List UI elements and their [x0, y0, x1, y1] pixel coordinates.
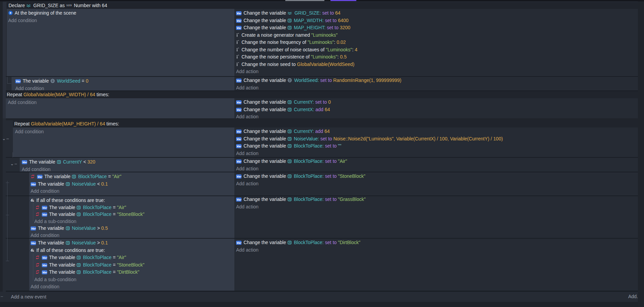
var-icon: Var: [236, 197, 242, 204]
scene-variable-icon: [57, 159, 61, 167]
collapse-chevron-icon[interactable]: ⌄: [2, 136, 6, 141]
text-segment: 0.1: [101, 240, 108, 245]
svg-text:Var: Var: [236, 27, 242, 30]
action-row[interactable]: Var Change the variable CurrentY: add 64: [236, 128, 503, 135]
text-segment: =: [113, 255, 117, 260]
add-condition-button[interactable]: Add condition: [22, 166, 234, 172]
action-row[interactable]: Var Change the variable BlockToPlace: se…: [236, 158, 347, 165]
add-sub-condition-button[interactable]: Add a sub-condition: [34, 276, 234, 284]
scene-variable-icon: [287, 18, 292, 25]
condition-row[interactable]: Var The variable BlockToPlace = "Air": [31, 173, 234, 181]
action-row[interactable]: Var Change the variable MAP_WIDTH: set t…: [236, 17, 357, 24]
add-condition-button[interactable]: Add condition: [31, 232, 234, 238]
condition-row[interactable]: Var The variable BlockToPlace = "StoneBl…: [35, 261, 234, 269]
add-condition-button[interactable]: Add condition: [15, 128, 234, 136]
condition-row[interactable]: At the beginning of the scene: [8, 10, 234, 17]
add-condition-button[interactable]: Add condition: [31, 283, 234, 291]
condition-row[interactable]: Var The variable BlockToPlace = "StoneBl…: [35, 211, 234, 218]
var-icon: Var: [31, 181, 36, 189]
action-row[interactable]: Var Change the variable CurrentX: add 64: [236, 106, 331, 114]
variable-declaration-banner[interactable]: Declare GRID_SIZE as 123 Number with 64: [7, 2, 638, 9]
actions-list[interactable]: Var Change the variable GRID_SIZE: set t…: [234, 9, 357, 75]
text-segment: Add condition: [8, 18, 37, 23]
conditions-panel[interactable]: Add condition: [6, 98, 234, 118]
noise-icon: [236, 32, 239, 40]
action-row[interactable]: Create a noise generator named "Luminook…: [236, 32, 357, 39]
action-row[interactable]: Var Change the variable BlockToPlace: se…: [236, 196, 365, 203]
text-segment: Add condition: [22, 167, 51, 172]
and-conditions-header[interactable]: & If all of these conditions are true:: [31, 247, 234, 254]
action-row[interactable]: Var Change the variable MAP_HEIGHT: set …: [236, 24, 357, 32]
conditions-panel[interactable]: Var The variable CurrentY < 320Add condi…: [20, 158, 234, 172]
action-row[interactable]: Change the noise frequency of "Luminooks…: [236, 39, 357, 46]
text-segment: "Air": [338, 158, 347, 164]
add-action-button[interactable]: Add action: [236, 180, 365, 188]
add-condition-button[interactable]: Add condition: [8, 17, 234, 24]
collapse-chevron-icon[interactable]: ⌄: [10, 161, 14, 166]
conditions-panel[interactable]: Var The variable NoiseValue > 0.1& If al…: [29, 239, 234, 291]
actions-list[interactable]: Var Change the variable CurrentY: add 64…: [234, 127, 503, 157]
actions-list[interactable]: Var Change the variable WorldSeed: set t…: [234, 76, 401, 91]
add-action-button[interactable]: Add action: [236, 68, 357, 75]
add-condition-button[interactable]: Add condition: [31, 188, 234, 195]
action-row[interactable]: Change the noise persistence of "Luminoo…: [236, 53, 357, 61]
add-action-button[interactable]: Add action: [236, 203, 365, 211]
actions-list[interactable]: Var Change the variable BlockToPlace: se…: [234, 172, 365, 187]
action-row[interactable]: Change the noise seed to GlobalVariable(…: [236, 61, 357, 68]
and-conditions-header[interactable]: & If all of these conditions are true:: [31, 197, 234, 204]
actions-list[interactable]: Var Change the variable BlockToPlace: se…: [234, 238, 360, 254]
repeat-event-header[interactable]: Repeat GlobalVariable(MAP_HEIGHT) / 64 t…: [13, 120, 638, 127]
add-action-button[interactable]: Add action: [236, 150, 503, 157]
action-row[interactable]: Var Change the variable CurrentY: set to…: [236, 99, 331, 106]
actions-list[interactable]: Var Change the variable BlockToPlace: se…: [234, 157, 347, 172]
add-condition-button[interactable]: Add condition: [15, 85, 234, 91]
text-segment: set to: [324, 18, 338, 23]
add-condition-button[interactable]: Add condition: [8, 99, 234, 106]
action-row[interactable]: Var Change the variable WorldSeed: set t…: [236, 77, 401, 84]
conditions-panel[interactable]: & If all of these conditions are true: V…: [29, 196, 234, 238]
action-row[interactable]: Var Change the variable BlockToPlace: se…: [236, 239, 360, 246]
text-segment: The variable: [37, 181, 66, 187]
text-segment: The variable: [48, 269, 77, 275]
add-sub-condition-button[interactable]: Add a sub-condition: [34, 218, 234, 225]
condition-row[interactable]: Var The variable BlockToPlace = "Air": [35, 254, 234, 261]
condition-row[interactable]: Var The variable BlockToPlace = "DirtBlo…: [35, 269, 234, 276]
condition-row[interactable]: Var The variable WorldSeed = 0: [15, 78, 234, 85]
text-segment: BlockToPlace: [82, 205, 113, 210]
var-icon: Var: [236, 173, 242, 181]
add-action-button[interactable]: Add action: [236, 246, 360, 254]
svg-text:Var: Var: [236, 160, 242, 163]
conditions-panel[interactable]: Add condition: [13, 127, 234, 157]
svg-text:Var: Var: [31, 242, 36, 245]
add-action-button[interactable]: Add action: [236, 165, 347, 173]
add-new-event-button[interactable]: Add a new event: [11, 294, 46, 300]
svg-text:Var: Var: [42, 213, 47, 216]
text-segment: Add a sub-condition: [34, 219, 76, 224]
not-icon: [35, 262, 40, 270]
ampersand-icon: &: [31, 248, 34, 255]
condition-row[interactable]: Var The variable NoiseValue > 0.5: [31, 225, 234, 232]
text-segment: set to: [324, 240, 338, 245]
condition-row[interactable]: Var The variable NoiseValue > 0.1: [31, 239, 234, 247]
repeat-event-header[interactable]: Repeat GlobalVariable(MAP_WIDTH) / 64 ti…: [6, 91, 638, 98]
actions-list[interactable]: Var Change the variable BlockToPlace: se…: [234, 195, 365, 210]
action-row[interactable]: Change the number of noise octaves of "L…: [236, 46, 357, 54]
action-row[interactable]: Var Change the variable GRID_SIZE: set t…: [236, 10, 357, 17]
action-row[interactable]: Var Change the variable BlockToPlace: se…: [236, 142, 503, 150]
text-segment: GlobalVariable(WorldSeed): [297, 62, 354, 67]
condition-row[interactable]: Var The variable CurrentY < 320: [22, 158, 234, 166]
conditions-panel[interactable]: Var The variable WorldSeed = 0Add condit…: [12, 77, 234, 90]
conditions-panel[interactable]: At the beginning of the sceneAdd conditi…: [7, 9, 234, 76]
text-segment: add: [314, 107, 325, 112]
text-segment: BlockToPlace: [77, 174, 108, 179]
text-segment: The variable: [28, 159, 57, 165]
var-icon: Var: [15, 78, 21, 86]
condition-row[interactable]: Var The variable BlockToPlace = "Air": [35, 204, 234, 211]
actions-list[interactable]: Var Change the variable CurrentY: set to…: [234, 98, 331, 121]
condition-row[interactable]: Var The variable NoiseValue < 0.1: [31, 181, 234, 188]
svg-text:Var: Var: [236, 241, 242, 244]
indent-guide: [13, 152, 13, 157]
conditions-panel[interactable]: Var The variable BlockToPlace = "Air"Var…: [29, 172, 234, 195]
action-row[interactable]: Var Change the variable NoiseValue: set …: [236, 135, 503, 143]
action-row[interactable]: Var Change the variable BlockToPlace: se…: [236, 173, 365, 180]
